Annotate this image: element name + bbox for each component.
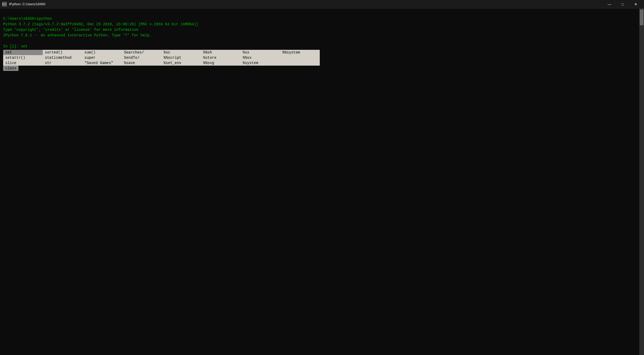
minimize-button[interactable]: — [603, 0, 616, 8]
terminal-line-python-version: Python 3.7.2 (tags/v3.7.2:9a3ffc0492, De… [3, 22, 636, 27]
autocomplete-cell-3-6[interactable]: %%svg [201, 60, 241, 66]
autocomplete-cell-1-7[interactable]: %sx [241, 50, 280, 55]
scrollbar-thumb[interactable] [640, 9, 643, 25]
autocomplete-cell-2-5[interactable]: %%script [161, 55, 201, 60]
autocomplete-cell-1-4[interactable]: Searches/ [122, 50, 161, 55]
autocomplete-cell-2-4[interactable]: SendTo/ [122, 55, 161, 60]
terminal-line-blank1 [3, 11, 636, 16]
terminal[interactable]: C:\Users\18450>ipython Python 3.7.2 (tag… [0, 8, 639, 355]
window-title: IPython: C:Users/18450 [9, 2, 45, 6]
terminal-line-cmd: C:\Users\18450>ipython [3, 16, 636, 22]
autocomplete-row-2[interactable]: setattr() staticmethod super SendTo/ %%s… [3, 55, 320, 60]
terminal-line-ipython: IPython 7.6.1 -- An enhanced Interactive… [3, 33, 636, 38]
autocomplete-cell-2-3[interactable]: super [82, 55, 122, 60]
autocomplete-row-1[interactable]: set sorted() sum() Searches/ %sc %%sh %s… [3, 50, 320, 55]
autocomplete-footer: class [3, 66, 18, 71]
autocomplete-cell-3-7[interactable]: %system [241, 60, 280, 66]
terminal-line-blank2 [3, 38, 636, 44]
autocomplete-cell-3-5[interactable]: %set_env [161, 60, 201, 66]
autocomplete-cell-3-3[interactable]: “Saved Games” [82, 60, 122, 66]
autocomplete-cell-2-6[interactable]: %store [201, 55, 241, 60]
autocomplete-row-3[interactable]: slice str “Saved Games” %save %set_env %… [3, 60, 320, 66]
close-button[interactable]: ✕ [630, 0, 642, 8]
autocomplete-table: set sorted() sum() Searches/ %sc %%sh %s… [3, 50, 320, 66]
content-area: C:\Users\18450>ipython Python 3.7.2 (tag… [0, 8, 644, 355]
autocomplete-cell-1-3[interactable]: sum() [82, 50, 122, 55]
autocomplete-cell-3-8[interactable] [280, 60, 320, 66]
title-bar-controls: — □ ✕ [603, 0, 642, 8]
autocomplete-container: set sorted() sum() Searches/ %sc %%sh %s… [3, 50, 320, 71]
title-bar: C:\ IPython: C:Users/18450 — □ ✕ [0, 0, 644, 8]
terminal-prompt: In [1]: set [3, 44, 636, 49]
autocomplete-cell-1-6[interactable]: %%sh [201, 50, 241, 55]
autocomplete-cell-2-7[interactable]: %%sx [241, 55, 280, 60]
window: C:\ IPython: C:Users/18450 — □ ✕ C:\User… [0, 0, 644, 355]
autocomplete-cell-3-1[interactable]: slice [3, 60, 43, 66]
terminal-icon: C:\ [2, 2, 7, 7]
autocomplete-cell-2-2[interactable]: staticmethod [43, 55, 82, 60]
autocomplete-cell-2-8[interactable] [280, 55, 320, 60]
maximize-button[interactable]: □ [617, 0, 629, 8]
autocomplete-cell-2-1[interactable]: setattr() [3, 55, 43, 60]
scrollbar[interactable] [639, 8, 644, 355]
terminal-line-copyright: Type 'copyright', 'credits' or 'license'… [3, 27, 636, 33]
autocomplete-cell-3-4[interactable]: %save [122, 60, 161, 66]
autocomplete-cell-1-8[interactable]: %%system [280, 50, 320, 55]
title-bar-left: C:\ IPython: C:Users/18450 [2, 2, 45, 7]
autocomplete-cell-1-2[interactable]: sorted() [43, 50, 82, 55]
autocomplete-cell-3-2[interactable]: str [43, 60, 82, 66]
autocomplete-cell-1-1[interactable]: set [3, 50, 43, 55]
autocomplete-cell-1-5[interactable]: %sc [161, 50, 201, 55]
